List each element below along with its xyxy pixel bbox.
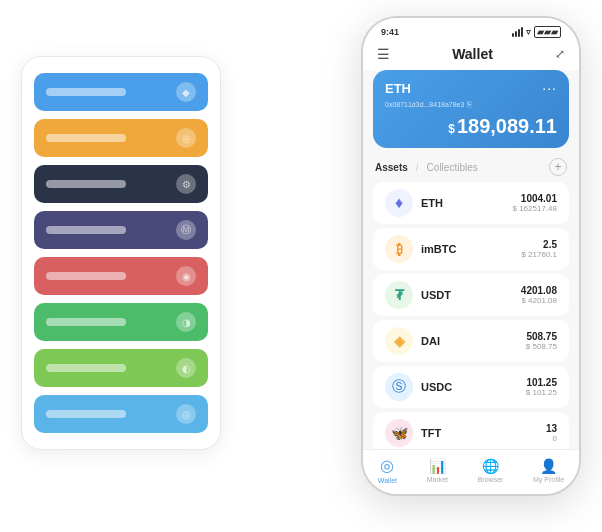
- card-item[interactable]: ⚙: [34, 165, 208, 203]
- usdt-token-usd: $ 4201.08: [521, 296, 557, 305]
- phone: 9:41 ▿ ▰▰▰ ☰ Wallet ⤢ ET: [361, 16, 581, 496]
- card-item[interactable]: ◉: [34, 257, 208, 295]
- assets-header: Assets / Collectibles +: [363, 158, 579, 182]
- nav-wallet[interactable]: ◎ Wallet: [378, 456, 397, 484]
- left-card-panel: ◆ ◎ ⚙ Ⓜ ◉ ◑ ◐ ◎: [21, 56, 221, 450]
- eth-address-text: 0x08711d3d...8418a78e3: [385, 101, 464, 108]
- card-label: [46, 364, 126, 372]
- wallet-title: Wallet: [452, 46, 493, 62]
- tab-collectibles[interactable]: Collectibles: [427, 162, 478, 173]
- eth-card-menu[interactable]: ···: [542, 80, 557, 96]
- eth-amounts: 1004.01 $ 162517.48: [513, 193, 558, 213]
- asset-item-usdt[interactable]: ₮ USDT 4201.08 $ 4201.08: [373, 274, 569, 316]
- signal-icon: [512, 27, 523, 37]
- tft-amounts: 13 0: [546, 423, 557, 443]
- usdt-token-icon: ₮: [385, 281, 413, 309]
- nav-market[interactable]: 📊 Market: [427, 458, 448, 483]
- card-label: [46, 180, 126, 188]
- usdc-token-name: USDC: [421, 381, 526, 393]
- browser-nav-icon: 🌐: [482, 458, 499, 474]
- add-asset-button[interactable]: +: [549, 158, 567, 176]
- tft-token-usd: 0: [546, 434, 557, 443]
- eth-token-name: ETH: [421, 197, 513, 209]
- card-item[interactable]: ◆: [34, 73, 208, 111]
- usdc-token-amount: 101.25: [526, 377, 557, 388]
- asset-item-dai[interactable]: ◈ DAI 508.75 $ 508.75: [373, 320, 569, 362]
- wallet-nav-label: Wallet: [378, 477, 397, 484]
- market-nav-label: Market: [427, 476, 448, 483]
- usdc-token-icon: Ⓢ: [385, 373, 413, 401]
- tft-token-name: TFT: [421, 427, 546, 439]
- battery-icon: ▰▰▰: [534, 26, 561, 38]
- eth-token-icon: ♦: [385, 189, 413, 217]
- asset-item-eth[interactable]: ♦ ETH 1004.01 $ 162517.48: [373, 182, 569, 224]
- profile-nav-icon: 👤: [540, 458, 557, 474]
- profile-nav-label: My Profile: [533, 476, 564, 483]
- card-label: [46, 318, 126, 326]
- usdt-token-name: USDT: [421, 289, 521, 301]
- card-item[interactable]: Ⓜ: [34, 211, 208, 249]
- status-icons: ▿ ▰▰▰: [512, 26, 561, 38]
- eth-card-address: 0x08711d3d...8418a78e3 ⎘: [385, 100, 557, 109]
- imbtc-token-name: imBTC: [421, 243, 521, 255]
- usdt-token-amount: 4201.08: [521, 285, 557, 296]
- browser-nav-label: Browser: [478, 476, 504, 483]
- wallet-nav-icon: ◎: [380, 456, 394, 475]
- bottom-nav: ◎ Wallet 📊 Market 🌐 Browser 👤 My Profile: [363, 449, 579, 494]
- dai-token-usd: $ 508.75: [526, 342, 557, 351]
- tft-token-icon: 🦋: [385, 419, 413, 447]
- dollar-sign: $: [448, 122, 455, 136]
- eth-card[interactable]: ETH ··· 0x08711d3d...8418a78e3 ⎘ $189,08…: [373, 70, 569, 148]
- card-label: [46, 410, 126, 418]
- tft-token-amount: 13: [546, 423, 557, 434]
- nav-browser[interactable]: 🌐 Browser: [478, 458, 504, 483]
- eth-card-balance: $189,089.11: [385, 115, 557, 138]
- card-icon: ⚙: [176, 174, 196, 194]
- imbtc-token-amount: 2.5: [521, 239, 557, 250]
- assets-tabs: Assets / Collectibles: [375, 162, 478, 173]
- main-scene: ◆ ◎ ⚙ Ⓜ ◉ ◑ ◐ ◎: [21, 16, 581, 516]
- eth-token-amount: 1004.01: [513, 193, 558, 204]
- dai-amounts: 508.75 $ 508.75: [526, 331, 557, 351]
- asset-item-usdc[interactable]: Ⓢ USDC 101.25 $ 101.25: [373, 366, 569, 408]
- card-label: [46, 226, 126, 234]
- card-label: [46, 88, 126, 96]
- phone-content: ETH ··· 0x08711d3d...8418a78e3 ⎘ $189,08…: [363, 70, 579, 449]
- dai-token-icon: ◈: [385, 327, 413, 355]
- card-label: [46, 134, 126, 142]
- eth-card-title: ETH: [385, 81, 411, 96]
- card-icon: ◆: [176, 82, 196, 102]
- tab-divider: /: [416, 162, 419, 173]
- asset-item-imbtc[interactable]: ₿ imBTC 2.5 $ 21760.1: [373, 228, 569, 270]
- market-nav-icon: 📊: [429, 458, 446, 474]
- eth-amount-value: 189,089.11: [457, 115, 557, 137]
- tab-assets[interactable]: Assets: [375, 162, 408, 173]
- usdc-amounts: 101.25 $ 101.25: [526, 377, 557, 397]
- phone-header: ☰ Wallet ⤢: [363, 42, 579, 70]
- card-item[interactable]: ◎: [34, 119, 208, 157]
- asset-list: ♦ ETH 1004.01 $ 162517.48 ₿ imBTC 2.5 $ …: [363, 182, 579, 449]
- imbtc-amounts: 2.5 $ 21760.1: [521, 239, 557, 259]
- copy-icon[interactable]: ⎘: [467, 100, 472, 109]
- nav-profile[interactable]: 👤 My Profile: [533, 458, 564, 483]
- dai-token-amount: 508.75: [526, 331, 557, 342]
- eth-card-top: ETH ···: [385, 80, 557, 96]
- card-icon: ◑: [176, 312, 196, 332]
- card-item[interactable]: ◐: [34, 349, 208, 387]
- menu-icon[interactable]: ☰: [377, 46, 390, 62]
- imbtc-token-icon: ₿: [385, 235, 413, 263]
- card-icon: ◎: [176, 404, 196, 424]
- card-item[interactable]: ◑: [34, 303, 208, 341]
- status-time: 9:41: [381, 27, 399, 37]
- dai-token-name: DAI: [421, 335, 526, 347]
- expand-icon[interactable]: ⤢: [555, 47, 565, 61]
- status-bar: 9:41 ▿ ▰▰▰: [363, 18, 579, 42]
- imbtc-token-usd: $ 21760.1: [521, 250, 557, 259]
- card-icon: Ⓜ: [176, 220, 196, 240]
- card-label: [46, 272, 126, 280]
- asset-item-tft[interactable]: 🦋 TFT 13 0: [373, 412, 569, 449]
- card-item[interactable]: ◎: [34, 395, 208, 433]
- card-icon: ◉: [176, 266, 196, 286]
- card-icon: ◎: [176, 128, 196, 148]
- card-icon: ◐: [176, 358, 196, 378]
